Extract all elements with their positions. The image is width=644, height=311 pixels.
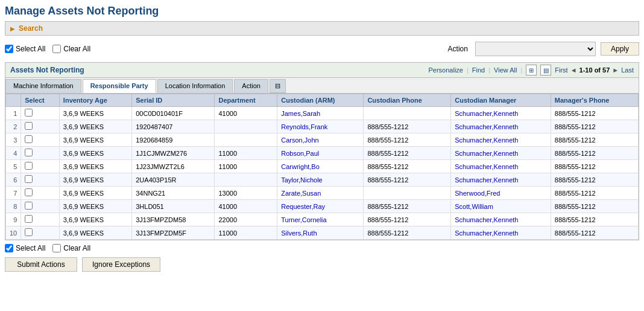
last-page[interactable]: Last: [621, 66, 634, 74]
row-select[interactable]: [21, 173, 60, 187]
row-manager[interactable]: Scott,William: [451, 200, 551, 213]
table-row: 13,6,9 WEEKS00C0D010401F41000James,Sarah…: [6, 107, 639, 120]
row-department: 22000: [215, 213, 277, 226]
grid-icon-btn-2[interactable]: ▤: [540, 65, 551, 75]
col-header-custodian-manager: Custodian Manager: [451, 94, 551, 107]
clear-all-bottom[interactable]: Clear All: [52, 244, 90, 252]
search-arrow-icon: ▶: [10, 25, 15, 32]
row-select[interactable]: [21, 133, 60, 147]
row-department: 11000: [215, 147, 277, 160]
page-title: Manage Assets Not Reporting: [5, 5, 639, 18]
row-checkbox[interactable]: [25, 228, 33, 236]
row-manager[interactable]: Schumacher,Kenneth: [451, 160, 551, 173]
row-custodian[interactable]: Silvers,Ruth: [277, 226, 364, 240]
row-checkbox[interactable]: [25, 215, 33, 223]
select-all-bottom-checkbox[interactable]: [5, 244, 13, 252]
row-inv-age: 3,6,9 WEEKS: [59, 187, 131, 200]
row-cust-phone: 888/555-1212: [364, 160, 451, 173]
row-department: 41000: [215, 107, 277, 120]
tab-location-information[interactable]: Location Information: [157, 79, 233, 93]
find-link[interactable]: Find: [472, 66, 485, 74]
clear-all-top[interactable]: Clear All: [52, 45, 90, 53]
row-checkbox[interactable]: [25, 122, 33, 130]
grid-header-bar: Assets Not Reporting Personalize | Find …: [5, 63, 639, 78]
row-manager[interactable]: Schumacher,Kenneth: [451, 173, 551, 187]
row-department: 13000: [215, 187, 277, 200]
clear-all-top-checkbox[interactable]: [52, 45, 61, 53]
row-serial-id: 1J1CJMWZM276: [132, 147, 215, 160]
row-manager[interactable]: Schumacher,Kenneth: [451, 147, 551, 160]
row-select[interactable]: [21, 147, 60, 160]
search-bar[interactable]: ▶ Search: [5, 21, 639, 36]
row-select[interactable]: [21, 226, 60, 240]
col-header-managers-phone: Manager's Phone: [551, 94, 638, 107]
row-department: 11000: [215, 160, 277, 173]
row-custodian[interactable]: Robson,Paul: [277, 147, 364, 160]
row-num: 8: [6, 200, 21, 213]
action-dropdown[interactable]: [475, 42, 596, 56]
apply-button[interactable]: Apply: [601, 42, 639, 56]
row-custodian[interactable]: Requester,Ray: [277, 200, 364, 213]
select-all-top-checkbox[interactable]: [5, 45, 13, 53]
row-num: 9: [6, 213, 21, 226]
row-manager[interactable]: Schumacher,Kenneth: [451, 120, 551, 133]
table-row: 63,6,9 WEEKS2UA403P15RTaylor,Nichole888/…: [6, 173, 639, 187]
row-manager[interactable]: Schumacher,Kenneth: [451, 213, 551, 226]
row-manager[interactable]: Schumacher,Kenneth: [451, 133, 551, 147]
row-checkbox[interactable]: [25, 162, 33, 170]
tab-machine-information[interactable]: Machine Information: [5, 79, 81, 93]
row-custodian[interactable]: Carson,John: [277, 133, 364, 147]
row-checkbox[interactable]: [25, 149, 33, 156]
prev-icon[interactable]: ◄: [570, 66, 577, 74]
row-select[interactable]: [21, 213, 60, 226]
row-custodian[interactable]: Taylor,Nichole: [277, 173, 364, 187]
next-icon[interactable]: ►: [612, 66, 619, 74]
row-cust-phone: 888/555-1212: [364, 200, 451, 213]
row-cust-phone: [364, 187, 451, 200]
tab-icon-btn[interactable]: ⊟: [270, 79, 286, 93]
first-page[interactable]: First: [555, 66, 567, 74]
row-checkbox[interactable]: [25, 202, 33, 210]
row-custodian[interactable]: James,Sarah: [277, 107, 364, 120]
row-select[interactable]: [21, 120, 60, 133]
row-manager[interactable]: Schumacher,Kenneth: [451, 226, 551, 240]
col-header-custodian-phone: Custodian Phone: [364, 94, 451, 107]
select-all-bottom[interactable]: Select All: [5, 244, 45, 252]
personalize-link[interactable]: Personalize: [428, 66, 462, 74]
row-select[interactable]: [21, 200, 60, 213]
clear-all-bottom-checkbox[interactable]: [52, 244, 61, 252]
row-checkbox[interactable]: [25, 109, 33, 117]
submit-actions-button[interactable]: Submit Actions: [5, 257, 77, 272]
col-header-serial-id: Serial ID: [132, 94, 215, 107]
row-cust-phone: 888/555-1212: [364, 213, 451, 226]
row-custodian[interactable]: Reynolds,Frank: [277, 120, 364, 133]
row-cust-phone: 888/555-1212: [364, 133, 451, 147]
tab-action[interactable]: Action: [234, 79, 268, 93]
table-row: 33,6,9 WEEKS1920684859Carson,John888/555…: [6, 133, 639, 147]
select-all-top[interactable]: Select All: [5, 45, 45, 53]
data-table: Select Inventory Age Serial ID Departmen…: [5, 94, 639, 240]
row-department: 11000: [215, 226, 277, 240]
row-inv-age: 3,6,9 WEEKS: [59, 120, 131, 133]
row-checkbox[interactable]: [25, 175, 33, 183]
row-department: 41000: [215, 200, 277, 213]
row-manager[interactable]: Schumacher,Kenneth: [451, 107, 551, 120]
row-custodian[interactable]: Carwright,Bo: [277, 160, 364, 173]
row-checkbox[interactable]: [25, 188, 33, 196]
row-select[interactable]: [21, 160, 60, 173]
row-manager[interactable]: Sherwood,Fred: [451, 187, 551, 200]
view-all-link[interactable]: View All: [494, 66, 517, 74]
ignore-exceptions-button[interactable]: Ignore Exceptions: [82, 257, 160, 272]
row-select[interactable]: [21, 187, 60, 200]
row-mgr-phone: 888/555-1212: [551, 133, 638, 147]
row-inv-age: 3,6,9 WEEKS: [59, 200, 131, 213]
row-mgr-phone: 888/555-1212: [551, 160, 638, 173]
row-custodian[interactable]: Turner,Cornelia: [277, 213, 364, 226]
tab-responsible-party[interactable]: Responsible Party: [83, 79, 156, 93]
row-checkbox[interactable]: [25, 135, 33, 143]
grid-icon-btn-1[interactable]: ⊞: [526, 65, 537, 75]
row-mgr-phone: 888/555-1212: [551, 200, 638, 213]
table-row: 93,6,9 WEEKS3J13FMPZDM5822000Turner,Corn…: [6, 213, 639, 226]
row-custodian[interactable]: Zarate,Susan: [277, 187, 364, 200]
row-select[interactable]: [21, 107, 60, 120]
